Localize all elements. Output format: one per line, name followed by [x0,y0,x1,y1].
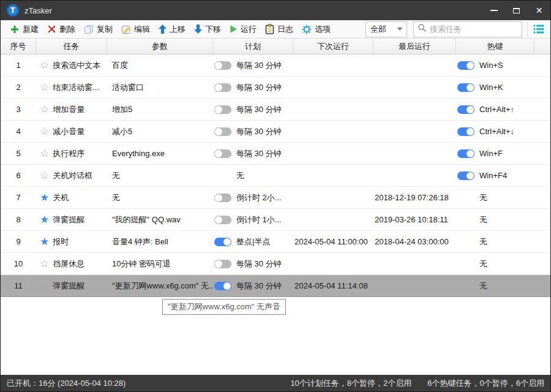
header-filler [534,39,550,54]
hotkey-label: 无 [479,214,487,225]
star-icon[interactable]: ★ [40,192,49,203]
star-icon[interactable]: ☆ [40,126,49,137]
param-label: 10分钟 密码可退 [107,253,213,274]
hotkey-toggle[interactable] [457,83,474,92]
header-task[interactable]: 任务 [36,39,107,54]
param-label: 音量4 钟声: Bell [107,231,213,252]
last-run [373,253,456,274]
toggle-knob [223,238,231,246]
table-header: 序号 任务 参数 计划 下次运行 最后运行 热键 [1,39,550,55]
maximize-button[interactable] [505,1,528,20]
delete-task-button[interactable]: 删除 [43,21,80,37]
schedule-toggle[interactable] [214,260,231,268]
star-icon[interactable]: ★ [40,236,49,247]
toggle-knob [215,260,222,268]
hotkey-label: Win+K [479,83,503,92]
move-down-button[interactable]: 下移 [190,21,225,37]
hotkey-cell: Win+F [456,143,534,164]
param-label: 减小5 [107,121,213,142]
row-filler [534,187,550,208]
schedule-toggle[interactable] [214,61,231,70]
view-list-button[interactable] [532,21,545,37]
schedule-toggle[interactable] [214,83,231,92]
header-last-run[interactable]: 最后运行 [373,39,456,54]
hotkey-toggle[interactable] [457,105,474,114]
row-number: 1 [1,55,36,76]
last-run: 2019-03-26 10:18:11 [373,209,456,230]
header-schedule[interactable]: 计划 [213,39,293,54]
row-filler [534,99,550,120]
schedule-toggle[interactable] [214,282,231,290]
close-icon: ✕ [536,6,543,15]
hotkey-cell: Win+F4 [456,165,534,186]
table-row[interactable]: 7★关机无倒计时 2小...2018-12-19 07:26:18无 [1,187,550,209]
table-row[interactable]: 5☆执行程序Everything.exe每隔 30 分钟Win+F [1,143,550,165]
hotkey-toggle[interactable] [457,127,474,136]
hotkey-toggle[interactable] [457,61,474,70]
table-row[interactable]: 4☆减小音量减小5每隔 30 分钟Ctrl+Alt+↓ [1,121,550,143]
star-icon[interactable]: ☆ [40,148,49,159]
filter-dropdown[interactable]: 全部 [365,21,407,37]
schedule-label: 每隔 30 分钟 [236,60,282,71]
hotkey-cell: 无 [456,209,534,230]
table-row[interactable]: 10☆挡屏休息10分钟 密码可退每隔 30 分钟无 [1,253,550,275]
schedule-label: 每隔 30 分钟 [236,258,282,270]
param-label: 活动窗口 [107,77,213,98]
arrow-up-icon [159,24,167,34]
hotkey-toggle[interactable] [457,149,474,158]
schedule-cell: 无 [213,165,293,186]
schedule-toggle[interactable] [214,127,231,136]
schedule-cell: 倒计时 2小... [213,187,293,208]
table-row[interactable]: 9★报时音量4 钟声: Bell整点|半点2024-05-04 11:00:00… [1,231,550,253]
last-run: 2018-04-24 03:00:00 [373,231,456,252]
toggle-knob [467,172,474,179]
header-hotkey[interactable]: 热键 [456,39,534,54]
table-row[interactable]: 11☆弹窗提醒"更新刀网www.x6g.com" 无...每隔 30 分钟202… [1,275,550,297]
uptime-status: 已开机：16分 (2024-05-04 10:28) [7,378,126,389]
run-task-button[interactable]: 运行 [225,21,261,37]
row-number: 9 [1,231,36,252]
log-button[interactable]: 日志 [261,21,298,37]
toggle-knob [215,150,222,157]
schedule-toggle[interactable] [214,238,231,246]
close-button[interactable]: ✕ [528,1,550,20]
hotkey-label: Ctrl+Alt+↓ [479,127,514,136]
task-cell: ☆减小音量 [36,121,107,142]
next-run [293,55,373,76]
toggle-knob [215,106,222,113]
star-icon[interactable]: ★ [40,214,49,225]
table-row[interactable]: 8★弹窗提醒"我的提醒" QQ.wav倒计时 1小...2019-03-26 1… [1,209,550,231]
header-number[interactable]: 序号 [1,39,36,54]
schedule-toggle[interactable] [214,216,231,224]
schedule-toggle[interactable] [214,149,231,158]
schedule-toggle[interactable] [214,194,231,202]
options-button[interactable]: 选项 [298,21,335,37]
edit-task-button[interactable]: 编辑 [117,21,154,37]
arrow-down-icon [194,24,202,34]
star-icon[interactable]: ☆ [40,104,49,115]
schedule-toggle[interactable] [214,105,231,114]
hotkey-cell: 无 [456,253,534,274]
star-icon[interactable]: ☆ [40,281,49,291]
schedule-label: 倒计时 2小... [236,192,282,203]
hotkey-toggle[interactable] [457,172,474,180]
task-cell: ☆弹窗提醒 [36,275,107,296]
table-row[interactable]: 1☆搜索选中文本百度每隔 30 分钟Win+S [1,55,550,77]
table-row[interactable]: 6☆关机对话框无无Win+F4 [1,165,550,187]
header-param[interactable]: 参数 [107,39,213,54]
minimize-button[interactable] [482,1,505,20]
star-icon[interactable]: ☆ [40,60,49,70]
move-up-button[interactable]: 上移 [154,21,190,37]
table-row[interactable]: 3☆增加音量增加5每隔 30 分钟Ctrl+Alt+↑ [1,99,550,121]
header-next-run[interactable]: 下次运行 [293,39,373,54]
star-icon[interactable]: ☆ [40,82,49,92]
edit-pencil-icon [121,24,131,34]
star-icon[interactable]: ☆ [40,258,49,269]
toggle-knob [467,150,474,157]
copy-task-button[interactable]: 复制 [80,21,117,37]
table-row[interactable]: 2☆结束活动窗...活动窗口每隔 30 分钟Win+K [1,77,550,99]
param-label: "更新刀网www.x6g.com" 无... [107,275,213,296]
star-icon[interactable]: ☆ [40,170,49,181]
search-input[interactable] [430,24,518,34]
new-task-button[interactable]: 新建 [6,21,43,37]
